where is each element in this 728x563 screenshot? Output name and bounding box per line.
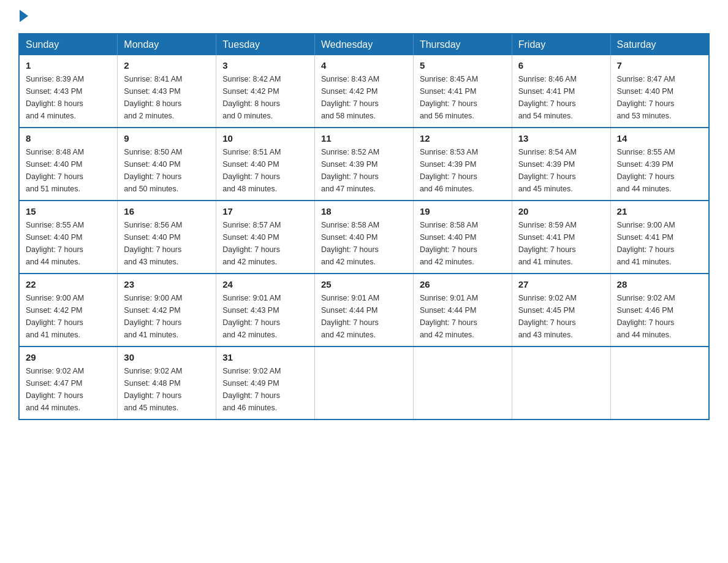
day-number: 16 — [124, 206, 210, 216]
calendar-cell: 13 Sunrise: 8:54 AMSunset: 4:39 PMDaylig… — [512, 128, 610, 201]
day-info: Sunrise: 8:41 AMSunset: 4:43 PMDaylight:… — [124, 73, 210, 122]
logo-arrow-icon — [20, 10, 28, 22]
day-info: Sunrise: 8:45 AMSunset: 4:41 PMDaylight:… — [420, 73, 506, 122]
day-info: Sunrise: 8:42 AMSunset: 4:42 PMDaylight:… — [222, 73, 308, 122]
calendar-cell: 23 Sunrise: 9:00 AMSunset: 4:42 PMDaylig… — [118, 274, 216, 347]
day-number: 27 — [518, 279, 604, 289]
calendar-header-row: SundayMondayTuesdayWednesdayThursdayFrid… — [19, 34, 709, 55]
day-info: Sunrise: 8:54 AMSunset: 4:39 PMDaylight:… — [518, 146, 604, 195]
day-info: Sunrise: 9:02 AMSunset: 4:49 PMDaylight:… — [222, 365, 308, 414]
calendar-cell: 21 Sunrise: 9:00 AMSunset: 4:41 PMDaylig… — [610, 201, 709, 274]
day-number: 12 — [420, 133, 506, 144]
calendar-cell: 12 Sunrise: 8:53 AMSunset: 4:39 PMDaylig… — [413, 128, 512, 201]
calendar-cell: 8 Sunrise: 8:48 AMSunset: 4:40 PMDayligh… — [19, 128, 118, 201]
day-number: 9 — [124, 133, 210, 144]
day-info: Sunrise: 8:58 AMSunset: 4:40 PMDaylight:… — [321, 219, 407, 268]
col-header-saturday: Saturday — [610, 34, 709, 55]
day-number: 25 — [321, 279, 407, 289]
calendar-week-row: 15 Sunrise: 8:55 AMSunset: 4:40 PMDaylig… — [19, 201, 709, 274]
day-info: Sunrise: 8:59 AMSunset: 4:41 PMDaylight:… — [518, 219, 604, 268]
day-info: Sunrise: 9:02 AMSunset: 4:47 PMDaylight:… — [26, 365, 111, 414]
calendar-cell: 4 Sunrise: 8:43 AMSunset: 4:42 PMDayligh… — [315, 55, 414, 128]
col-header-friday: Friday — [512, 34, 610, 55]
day-number: 29 — [26, 352, 111, 362]
col-header-sunday: Sunday — [19, 34, 118, 55]
day-number: 4 — [321, 60, 407, 71]
day-number: 13 — [518, 133, 604, 144]
day-info: Sunrise: 9:00 AMSunset: 4:42 PMDaylight:… — [124, 292, 210, 341]
calendar-cell: 7 Sunrise: 8:47 AMSunset: 4:40 PMDayligh… — [610, 55, 709, 128]
calendar-cell: 9 Sunrise: 8:50 AMSunset: 4:40 PMDayligh… — [118, 128, 216, 201]
day-number: 7 — [617, 60, 702, 71]
calendar-week-row: 29 Sunrise: 9:02 AMSunset: 4:47 PMDaylig… — [19, 347, 709, 419]
calendar-cell: 6 Sunrise: 8:46 AMSunset: 4:41 PMDayligh… — [512, 55, 610, 128]
logo — [18, 12, 28, 21]
day-number: 26 — [420, 279, 506, 289]
day-number: 2 — [124, 60, 210, 71]
day-info: Sunrise: 8:53 AMSunset: 4:39 PMDaylight:… — [420, 146, 506, 195]
day-number: 24 — [222, 279, 308, 289]
calendar-cell: 31 Sunrise: 9:02 AMSunset: 4:49 PMDaylig… — [216, 347, 315, 419]
calendar-cell: 10 Sunrise: 8:51 AMSunset: 4:40 PMDaylig… — [216, 128, 315, 201]
col-header-thursday: Thursday — [413, 34, 512, 55]
day-number: 31 — [222, 352, 308, 362]
calendar-cell — [610, 347, 709, 419]
day-number: 20 — [518, 206, 604, 216]
day-info: Sunrise: 8:46 AMSunset: 4:41 PMDaylight:… — [518, 73, 604, 122]
day-info: Sunrise: 8:58 AMSunset: 4:40 PMDaylight:… — [420, 219, 506, 268]
calendar-cell: 11 Sunrise: 8:52 AMSunset: 4:39 PMDaylig… — [315, 128, 414, 201]
calendar-cell: 30 Sunrise: 9:02 AMSunset: 4:48 PMDaylig… — [118, 347, 216, 419]
calendar-cell — [315, 347, 414, 419]
calendar-cell: 22 Sunrise: 9:00 AMSunset: 4:42 PMDaylig… — [19, 274, 118, 347]
calendar-cell — [512, 347, 610, 419]
calendar-cell: 24 Sunrise: 9:01 AMSunset: 4:43 PMDaylig… — [216, 274, 315, 347]
day-info: Sunrise: 9:00 AMSunset: 4:42 PMDaylight:… — [26, 292, 111, 341]
calendar-cell: 17 Sunrise: 8:57 AMSunset: 4:40 PMDaylig… — [216, 201, 315, 274]
calendar-week-row: 8 Sunrise: 8:48 AMSunset: 4:40 PMDayligh… — [19, 128, 709, 201]
calendar-cell: 3 Sunrise: 8:42 AMSunset: 4:42 PMDayligh… — [216, 55, 315, 128]
calendar-cell: 29 Sunrise: 9:02 AMSunset: 4:47 PMDaylig… — [19, 347, 118, 419]
calendar-table: SundayMondayTuesdayWednesdayThursdayFrid… — [18, 33, 710, 420]
day-info: Sunrise: 9:00 AMSunset: 4:41 PMDaylight:… — [617, 219, 702, 268]
day-info: Sunrise: 8:55 AMSunset: 4:39 PMDaylight:… — [617, 146, 702, 195]
logo-text — [18, 12, 28, 22]
day-number: 28 — [617, 279, 702, 289]
day-info: Sunrise: 8:55 AMSunset: 4:40 PMDaylight:… — [26, 219, 111, 268]
calendar-week-row: 22 Sunrise: 9:00 AMSunset: 4:42 PMDaylig… — [19, 274, 709, 347]
calendar-cell: 14 Sunrise: 8:55 AMSunset: 4:39 PMDaylig… — [610, 128, 709, 201]
col-header-tuesday: Tuesday — [216, 34, 315, 55]
day-number: 3 — [222, 60, 308, 71]
day-number: 8 — [26, 133, 111, 144]
calendar-week-row: 1 Sunrise: 8:39 AMSunset: 4:43 PMDayligh… — [19, 55, 709, 128]
calendar-cell — [413, 347, 512, 419]
calendar-cell: 16 Sunrise: 8:56 AMSunset: 4:40 PMDaylig… — [118, 201, 216, 274]
day-info: Sunrise: 8:50 AMSunset: 4:40 PMDaylight:… — [124, 146, 210, 195]
day-info: Sunrise: 9:01 AMSunset: 4:44 PMDaylight:… — [321, 292, 407, 341]
day-number: 14 — [617, 133, 702, 144]
day-info: Sunrise: 9:02 AMSunset: 4:45 PMDaylight:… — [518, 292, 604, 341]
day-number: 17 — [222, 206, 308, 216]
calendar-cell: 26 Sunrise: 9:01 AMSunset: 4:44 PMDaylig… — [413, 274, 512, 347]
calendar-cell: 5 Sunrise: 8:45 AMSunset: 4:41 PMDayligh… — [413, 55, 512, 128]
calendar-cell: 19 Sunrise: 8:58 AMSunset: 4:40 PMDaylig… — [413, 201, 512, 274]
day-number: 19 — [420, 206, 506, 216]
day-info: Sunrise: 8:39 AMSunset: 4:43 PMDaylight:… — [26, 73, 111, 122]
day-number: 23 — [124, 279, 210, 289]
calendar-cell: 20 Sunrise: 8:59 AMSunset: 4:41 PMDaylig… — [512, 201, 610, 274]
calendar-cell: 1 Sunrise: 8:39 AMSunset: 4:43 PMDayligh… — [19, 55, 118, 128]
day-number: 6 — [518, 60, 604, 71]
day-info: Sunrise: 9:01 AMSunset: 4:44 PMDaylight:… — [420, 292, 506, 341]
day-info: Sunrise: 8:43 AMSunset: 4:42 PMDaylight:… — [321, 73, 407, 122]
col-header-wednesday: Wednesday — [315, 34, 414, 55]
day-number: 15 — [26, 206, 111, 216]
calendar-cell: 18 Sunrise: 8:58 AMSunset: 4:40 PMDaylig… — [315, 201, 414, 274]
day-number: 21 — [617, 206, 702, 216]
day-info: Sunrise: 9:02 AMSunset: 4:48 PMDaylight:… — [124, 365, 210, 414]
day-number: 5 — [420, 60, 506, 71]
calendar-cell: 2 Sunrise: 8:41 AMSunset: 4:43 PMDayligh… — [118, 55, 216, 128]
day-info: Sunrise: 8:52 AMSunset: 4:39 PMDaylight:… — [321, 146, 407, 195]
day-info: Sunrise: 9:01 AMSunset: 4:43 PMDaylight:… — [222, 292, 308, 341]
calendar-cell: 15 Sunrise: 8:55 AMSunset: 4:40 PMDaylig… — [19, 201, 118, 274]
day-number: 30 — [124, 352, 210, 362]
calendar-cell: 25 Sunrise: 9:01 AMSunset: 4:44 PMDaylig… — [315, 274, 414, 347]
